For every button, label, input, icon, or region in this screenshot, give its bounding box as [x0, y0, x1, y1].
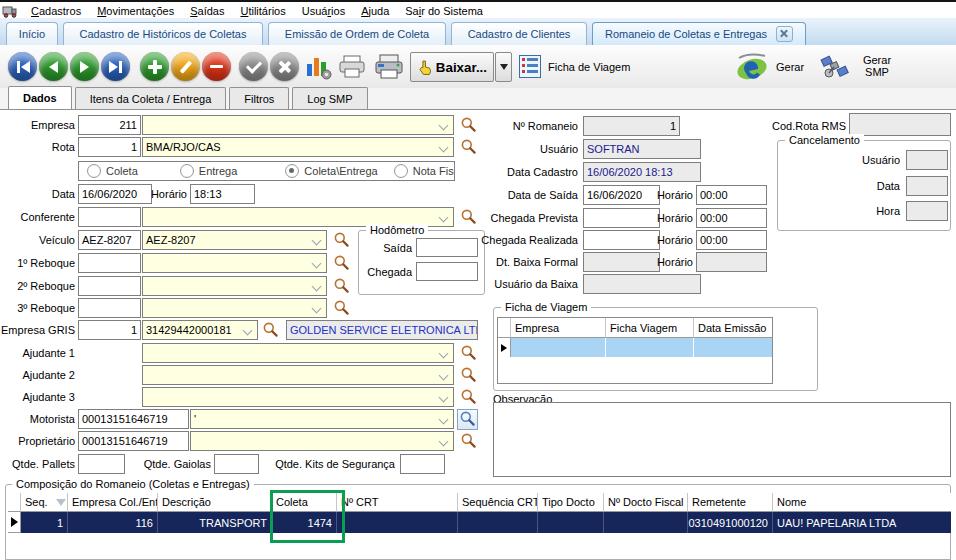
chegada-prevista-horario-field[interactable]: 00:00	[696, 208, 767, 228]
empresa-gris-combo[interactable]: 31429442000181	[142, 320, 258, 340]
col-tipo-docto[interactable]: Tipo Docto	[538, 493, 604, 512]
rota-code-field[interactable]: 1	[78, 137, 141, 157]
data-saida-field[interactable]: 16/06/2020	[583, 185, 660, 205]
col-empresa-col-ent[interactable]: Empresa Col./Ent.	[68, 493, 158, 512]
radio-coleta[interactable]	[87, 164, 101, 178]
menu-saidas[interactable]: Saídas	[182, 3, 232, 19]
add-button[interactable]	[140, 52, 169, 81]
menu-cadastros[interactable]: Cadastros	[23, 3, 89, 19]
tab-filtros[interactable]: Filtros	[229, 87, 289, 109]
proprietario-combo[interactable]	[190, 431, 454, 451]
cancel-button[interactable]	[270, 52, 299, 81]
col-seq[interactable]: Seq.	[21, 493, 68, 512]
col-remetente[interactable]: Remetente	[688, 493, 773, 512]
menu-sair-do-sistema[interactable]: Sair do Sistema	[397, 3, 491, 19]
last-record-button[interactable]	[101, 52, 130, 81]
reboque2-code-field[interactable]	[78, 276, 141, 296]
proprietario-code-field[interactable]: 00013151646719	[78, 431, 189, 451]
chegada-realizada-horario-field[interactable]: 00:00	[696, 230, 767, 250]
empresa-gris-code-field[interactable]: 1	[78, 320, 141, 340]
reboque3-search-icon[interactable]	[333, 299, 351, 317]
chart-settings-icon[interactable]	[305, 54, 332, 82]
empresa-combo[interactable]	[142, 115, 454, 135]
cod-rota-rms-label: Cod.Rota RMS	[772, 116, 848, 136]
radio-coleta-entrega[interactable]	[285, 164, 299, 178]
ajudante2-combo[interactable]	[142, 365, 454, 385]
menu-movimentacoes[interactable]: Movimentações	[89, 3, 182, 19]
col-n-crt[interactable]: Nº CRT	[337, 493, 458, 512]
conferente-code-field[interactable]	[78, 207, 141, 227]
mdfe-icon[interactable]	[733, 52, 771, 84]
reboque1-search-icon[interactable]	[333, 254, 351, 272]
delete-button[interactable]	[202, 52, 231, 81]
tab-cadastro-clientes[interactable]: Cadastro de Clientes	[451, 22, 587, 45]
menu-ajuda[interactable]: Ajuda	[353, 3, 397, 19]
qtde-pallets-field[interactable]	[78, 454, 125, 474]
veiculo-combo[interactable]: AEZ-8207	[142, 230, 327, 250]
reboque2-combo[interactable]	[142, 276, 327, 296]
empresa-gris-search-icon[interactable]	[262, 321, 280, 339]
chegada-prevista-field[interactable]	[583, 208, 660, 228]
tab-emissao-ordem-coleta[interactable]: Emissão de Ordem de Coleta	[268, 22, 446, 45]
veiculo-code-field[interactable]: AEZ-8207	[78, 230, 141, 250]
edit-button[interactable]	[171, 52, 200, 81]
data-saida-horario-field[interactable]: 00:00	[696, 185, 767, 205]
print-preview-icon[interactable]	[338, 55, 366, 81]
motorista-combo[interactable]: '	[190, 409, 454, 429]
tab-dados[interactable]: Dados	[8, 86, 72, 109]
close-tab-icon[interactable]	[776, 26, 793, 42]
radio-entrega[interactable]	[180, 164, 194, 178]
rota-combo[interactable]: BMA/RJO/CAS	[142, 137, 454, 157]
tab-romaneio-coletas-entregas[interactable]: Romaneio de Coletas e Entregas	[592, 22, 806, 45]
baixar-dropdown-button[interactable]	[495, 52, 512, 82]
ajudante3-combo[interactable]	[142, 387, 454, 407]
qtde-gaiolas-field[interactable]	[214, 454, 259, 474]
menu-utilitarios[interactable]: Utilitários	[232, 3, 293, 19]
reboque3-code-field[interactable]	[78, 298, 141, 318]
tab-itens-coleta-entrega[interactable]: Itens da Coleta / Entrega	[75, 87, 227, 109]
composicao-row-1[interactable]: 1 116 TRANSPORT 1474 10310491000120 UAU!…	[8, 512, 951, 533]
ajudante2-search-icon[interactable]	[460, 366, 478, 384]
tab-cadastro-historicos-coletas[interactable]: Cadastro de Históricos de Coletas	[63, 22, 263, 45]
reboque3-combo[interactable]	[142, 298, 327, 318]
next-record-button[interactable]	[70, 52, 99, 81]
ajudante1-combo[interactable]	[142, 343, 454, 363]
col-coleta[interactable]: Coleta	[272, 493, 337, 512]
motorista-search-button[interactable]	[457, 409, 478, 430]
radio-nota-fiscal[interactable]	[394, 164, 408, 178]
tab-inicio[interactable]: Início	[6, 22, 58, 45]
hodometro-saida-field[interactable]	[416, 238, 478, 257]
reboque1-combo[interactable]	[142, 253, 327, 273]
hodometro-chegada-field[interactable]	[416, 262, 478, 281]
first-record-button[interactable]	[8, 52, 37, 81]
tab-log-smp[interactable]: Log SMP	[292, 87, 367, 109]
sort-icon	[56, 499, 66, 506]
qtde-kits-field[interactable]	[400, 454, 445, 474]
confirm-button[interactable]	[239, 52, 268, 81]
reboque2-search-icon[interactable]	[333, 277, 351, 295]
col-nome[interactable]: Nome	[773, 493, 951, 512]
reboque1-label: 1º Reboque	[2, 253, 75, 273]
proprietario-search-icon[interactable]	[460, 432, 478, 450]
ajudante1-search-icon[interactable]	[460, 344, 478, 362]
ajudante3-search-icon[interactable]	[460, 388, 478, 406]
printer-icon[interactable]	[374, 54, 404, 82]
previous-record-button[interactable]	[39, 52, 68, 81]
veiculo-search-icon[interactable]	[333, 231, 351, 249]
baixar-button[interactable]: Baixar...	[410, 52, 494, 82]
ficha-viagem-icon[interactable]	[519, 55, 541, 80]
horario-field[interactable]: 18:13	[190, 184, 255, 204]
reboque1-code-field[interactable]	[78, 253, 141, 273]
observacao-textarea[interactable]	[493, 402, 951, 477]
chegada-realizada-field[interactable]	[583, 230, 660, 250]
motorista-code-field[interactable]: 00013151646719	[78, 409, 189, 429]
col-descricao[interactable]: Descrição	[158, 493, 272, 512]
col-sequencia-crt[interactable]: Sequência CRT	[458, 493, 538, 512]
menu-usuarios[interactable]: Usuários	[294, 3, 353, 19]
col-n-docto-fiscal[interactable]: Nº Docto Fiscal	[604, 493, 688, 512]
satellite-icon[interactable]	[820, 54, 850, 82]
empresa-code-field[interactable]: 211	[78, 115, 141, 135]
ficha-viagem-row[interactable]	[498, 338, 772, 357]
data-field[interactable]: 16/06/2020	[78, 184, 152, 204]
cell-coleta: 1474	[272, 512, 337, 533]
